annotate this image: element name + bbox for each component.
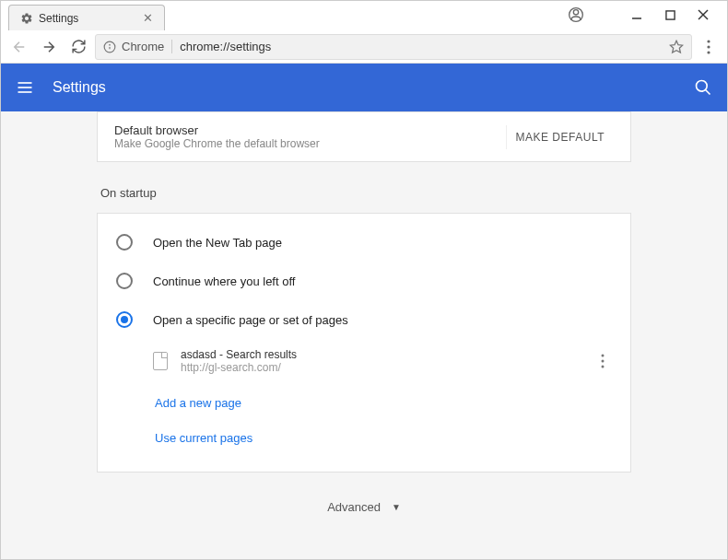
info-icon[interactable] (103, 41, 116, 53)
startup-option-continue[interactable]: Continue where you left off (98, 262, 630, 300)
page-title: Settings (53, 79, 106, 96)
tab-close-icon[interactable]: ✕ (143, 11, 153, 25)
browser-tab[interactable]: Settings ✕ (8, 5, 165, 30)
default-browser-card: Default browser Make Google Chrome the d… (97, 111, 631, 162)
svg-point-12 (707, 51, 710, 53)
radio-label: Open the New Tab page (153, 236, 282, 250)
advanced-toggle[interactable]: Advanced ▼ (97, 500, 631, 514)
svg-point-10 (707, 40, 710, 42)
svg-point-16 (697, 81, 708, 92)
advanced-label: Advanced (327, 500, 381, 514)
startup-page-entry: asdasd - Search results http://gl-search… (98, 339, 630, 383)
page-file-icon (153, 352, 168, 370)
svg-point-19 (602, 360, 605, 363)
url-protocol-label: Chrome (122, 40, 172, 53)
search-icon[interactable] (694, 78, 712, 97)
radio-icon (116, 234, 133, 251)
browser-menu-button[interactable] (696, 34, 722, 60)
startup-option-newtab[interactable]: Open the New Tab page (98, 223, 630, 262)
svg-line-17 (706, 90, 710, 95)
url-text: chrome://settings (180, 40, 271, 53)
radio-label: Open a specific page or set of pages (153, 313, 348, 327)
svg-point-8 (110, 44, 111, 45)
radio-icon-selected (116, 311, 133, 328)
startup-section-title: On startup (97, 186, 631, 200)
svg-point-11 (707, 45, 710, 48)
add-page-link[interactable]: Add a new page (155, 396, 241, 410)
startup-option-specific-pages[interactable]: Open a specific page or set of pages (98, 300, 630, 339)
browser-toolbar: Chrome chrome://settings (1, 30, 727, 64)
hamburger-menu-icon[interactable] (16, 78, 34, 97)
radio-label: Continue where you left off (153, 274, 295, 288)
back-button[interactable] (6, 34, 32, 60)
chevron-down-icon: ▼ (392, 502, 401, 512)
reload-button[interactable] (65, 34, 91, 60)
settings-content[interactable]: Default browser Make Google Chrome the d… (1, 111, 727, 560)
svg-point-20 (602, 366, 605, 368)
startup-page-title: asdasd - Search results (181, 348, 593, 361)
tab-title: Settings (39, 12, 78, 25)
svg-point-18 (602, 355, 605, 357)
settings-header: Settings (1, 64, 727, 111)
svg-marker-9 (670, 41, 682, 52)
default-browser-title: Default browser (114, 123, 506, 137)
address-bar[interactable]: Chrome chrome://settings (95, 34, 692, 60)
startup-page-url: http://gl-search.com/ (181, 361, 593, 374)
bookmark-star-icon[interactable] (669, 40, 684, 54)
make-default-button[interactable]: MAKE DEFAULT (506, 125, 614, 149)
use-current-pages-link[interactable]: Use current pages (155, 431, 252, 445)
gear-icon (20, 12, 33, 25)
tab-strip: Settings ✕ (1, 3, 727, 30)
forward-button[interactable] (36, 34, 62, 60)
default-browser-subtitle: Make Google Chrome the default browser (114, 137, 506, 150)
page-entry-menu-button[interactable] (593, 350, 612, 372)
radio-icon (116, 273, 133, 289)
startup-card: Open the New Tab page Continue where you… (97, 213, 631, 472)
